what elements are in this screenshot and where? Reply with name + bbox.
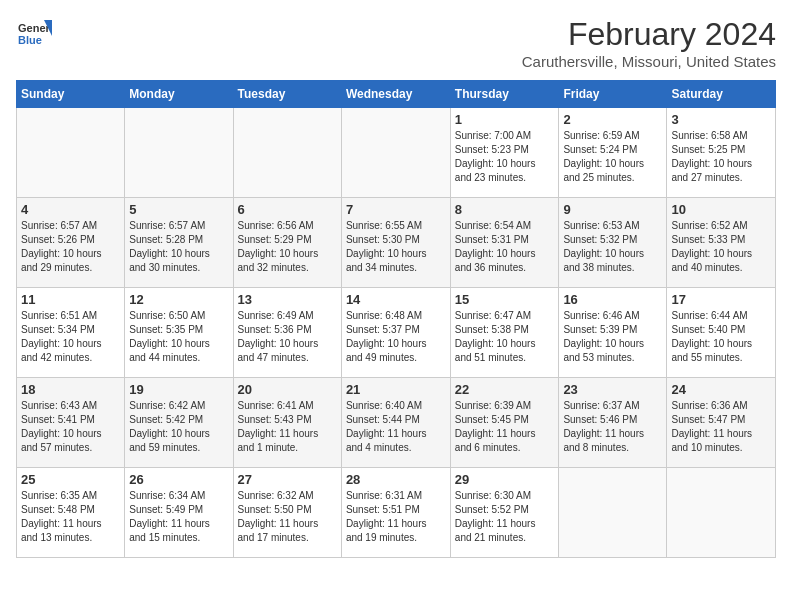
day-number: 1 bbox=[455, 112, 555, 127]
day-info: Sunrise: 6:55 AM Sunset: 5:30 PM Dayligh… bbox=[346, 219, 446, 275]
weekday-header-wednesday: Wednesday bbox=[341, 81, 450, 108]
day-number: 9 bbox=[563, 202, 662, 217]
calendar-cell: 29Sunrise: 6:30 AM Sunset: 5:52 PM Dayli… bbox=[450, 468, 559, 558]
day-info: Sunrise: 6:48 AM Sunset: 5:37 PM Dayligh… bbox=[346, 309, 446, 365]
day-number: 11 bbox=[21, 292, 120, 307]
logo: General Blue bbox=[16, 16, 52, 52]
weekday-header-thursday: Thursday bbox=[450, 81, 559, 108]
weekday-header-sunday: Sunday bbox=[17, 81, 125, 108]
day-info: Sunrise: 6:40 AM Sunset: 5:44 PM Dayligh… bbox=[346, 399, 446, 455]
calendar-cell: 6Sunrise: 6:56 AM Sunset: 5:29 PM Daylig… bbox=[233, 198, 341, 288]
calendar-cell: 18Sunrise: 6:43 AM Sunset: 5:41 PM Dayli… bbox=[17, 378, 125, 468]
day-info: Sunrise: 6:41 AM Sunset: 5:43 PM Dayligh… bbox=[238, 399, 337, 455]
calendar-week-row: 25Sunrise: 6:35 AM Sunset: 5:48 PM Dayli… bbox=[17, 468, 776, 558]
day-number: 3 bbox=[671, 112, 771, 127]
calendar-cell: 28Sunrise: 6:31 AM Sunset: 5:51 PM Dayli… bbox=[341, 468, 450, 558]
logo-icon: General Blue bbox=[16, 16, 52, 52]
day-number: 17 bbox=[671, 292, 771, 307]
calendar-cell: 25Sunrise: 6:35 AM Sunset: 5:48 PM Dayli… bbox=[17, 468, 125, 558]
day-info: Sunrise: 6:43 AM Sunset: 5:41 PM Dayligh… bbox=[21, 399, 120, 455]
day-info: Sunrise: 6:54 AM Sunset: 5:31 PM Dayligh… bbox=[455, 219, 555, 275]
calendar-cell: 13Sunrise: 6:49 AM Sunset: 5:36 PM Dayli… bbox=[233, 288, 341, 378]
svg-text:Blue: Blue bbox=[18, 34, 42, 46]
calendar-cell: 26Sunrise: 6:34 AM Sunset: 5:49 PM Dayli… bbox=[125, 468, 233, 558]
day-info: Sunrise: 6:59 AM Sunset: 5:24 PM Dayligh… bbox=[563, 129, 662, 185]
day-info: Sunrise: 6:50 AM Sunset: 5:35 PM Dayligh… bbox=[129, 309, 228, 365]
calendar-cell: 23Sunrise: 6:37 AM Sunset: 5:46 PM Dayli… bbox=[559, 378, 667, 468]
calendar-cell: 7Sunrise: 6:55 AM Sunset: 5:30 PM Daylig… bbox=[341, 198, 450, 288]
calendar-week-row: 11Sunrise: 6:51 AM Sunset: 5:34 PM Dayli… bbox=[17, 288, 776, 378]
day-info: Sunrise: 6:58 AM Sunset: 5:25 PM Dayligh… bbox=[671, 129, 771, 185]
day-number: 6 bbox=[238, 202, 337, 217]
day-info: Sunrise: 6:52 AM Sunset: 5:33 PM Dayligh… bbox=[671, 219, 771, 275]
day-info: Sunrise: 6:35 AM Sunset: 5:48 PM Dayligh… bbox=[21, 489, 120, 545]
calendar-week-row: 4Sunrise: 6:57 AM Sunset: 5:26 PM Daylig… bbox=[17, 198, 776, 288]
calendar-cell: 21Sunrise: 6:40 AM Sunset: 5:44 PM Dayli… bbox=[341, 378, 450, 468]
day-number: 4 bbox=[21, 202, 120, 217]
calendar-cell: 11Sunrise: 6:51 AM Sunset: 5:34 PM Dayli… bbox=[17, 288, 125, 378]
day-number: 29 bbox=[455, 472, 555, 487]
day-number: 28 bbox=[346, 472, 446, 487]
day-number: 15 bbox=[455, 292, 555, 307]
calendar-cell bbox=[559, 468, 667, 558]
day-number: 2 bbox=[563, 112, 662, 127]
day-number: 13 bbox=[238, 292, 337, 307]
weekday-header-row: SundayMondayTuesdayWednesdayThursdayFrid… bbox=[17, 81, 776, 108]
day-info: Sunrise: 6:53 AM Sunset: 5:32 PM Dayligh… bbox=[563, 219, 662, 275]
weekday-header-friday: Friday bbox=[559, 81, 667, 108]
day-info: Sunrise: 6:36 AM Sunset: 5:47 PM Dayligh… bbox=[671, 399, 771, 455]
calendar-cell: 12Sunrise: 6:50 AM Sunset: 5:35 PM Dayli… bbox=[125, 288, 233, 378]
day-info: Sunrise: 6:44 AM Sunset: 5:40 PM Dayligh… bbox=[671, 309, 771, 365]
calendar-cell: 3Sunrise: 6:58 AM Sunset: 5:25 PM Daylig… bbox=[667, 108, 776, 198]
calendar-cell: 10Sunrise: 6:52 AM Sunset: 5:33 PM Dayli… bbox=[667, 198, 776, 288]
day-number: 16 bbox=[563, 292, 662, 307]
calendar-cell bbox=[341, 108, 450, 198]
day-number: 10 bbox=[671, 202, 771, 217]
calendar-cell bbox=[667, 468, 776, 558]
day-info: Sunrise: 6:37 AM Sunset: 5:46 PM Dayligh… bbox=[563, 399, 662, 455]
day-info: Sunrise: 7:00 AM Sunset: 5:23 PM Dayligh… bbox=[455, 129, 555, 185]
calendar-cell bbox=[233, 108, 341, 198]
weekday-header-saturday: Saturday bbox=[667, 81, 776, 108]
day-number: 18 bbox=[21, 382, 120, 397]
day-info: Sunrise: 6:56 AM Sunset: 5:29 PM Dayligh… bbox=[238, 219, 337, 275]
calendar-cell: 16Sunrise: 6:46 AM Sunset: 5:39 PM Dayli… bbox=[559, 288, 667, 378]
calendar-cell: 1Sunrise: 7:00 AM Sunset: 5:23 PM Daylig… bbox=[450, 108, 559, 198]
title-section: February 2024 Caruthersville, Missouri, … bbox=[522, 16, 776, 70]
day-number: 26 bbox=[129, 472, 228, 487]
day-number: 20 bbox=[238, 382, 337, 397]
day-info: Sunrise: 6:47 AM Sunset: 5:38 PM Dayligh… bbox=[455, 309, 555, 365]
calendar-week-row: 1Sunrise: 7:00 AM Sunset: 5:23 PM Daylig… bbox=[17, 108, 776, 198]
day-number: 23 bbox=[563, 382, 662, 397]
day-number: 22 bbox=[455, 382, 555, 397]
day-number: 19 bbox=[129, 382, 228, 397]
calendar-title: February 2024 bbox=[522, 16, 776, 53]
calendar-cell: 19Sunrise: 6:42 AM Sunset: 5:42 PM Dayli… bbox=[125, 378, 233, 468]
calendar-cell: 22Sunrise: 6:39 AM Sunset: 5:45 PM Dayli… bbox=[450, 378, 559, 468]
calendar-cell bbox=[125, 108, 233, 198]
day-info: Sunrise: 6:42 AM Sunset: 5:42 PM Dayligh… bbox=[129, 399, 228, 455]
day-info: Sunrise: 6:34 AM Sunset: 5:49 PM Dayligh… bbox=[129, 489, 228, 545]
day-info: Sunrise: 6:39 AM Sunset: 5:45 PM Dayligh… bbox=[455, 399, 555, 455]
day-info: Sunrise: 6:57 AM Sunset: 5:26 PM Dayligh… bbox=[21, 219, 120, 275]
calendar-cell: 8Sunrise: 6:54 AM Sunset: 5:31 PM Daylig… bbox=[450, 198, 559, 288]
day-number: 21 bbox=[346, 382, 446, 397]
day-info: Sunrise: 6:49 AM Sunset: 5:36 PM Dayligh… bbox=[238, 309, 337, 365]
calendar-cell: 2Sunrise: 6:59 AM Sunset: 5:24 PM Daylig… bbox=[559, 108, 667, 198]
day-info: Sunrise: 6:31 AM Sunset: 5:51 PM Dayligh… bbox=[346, 489, 446, 545]
calendar-cell: 9Sunrise: 6:53 AM Sunset: 5:32 PM Daylig… bbox=[559, 198, 667, 288]
day-number: 24 bbox=[671, 382, 771, 397]
calendar-cell bbox=[17, 108, 125, 198]
calendar-cell: 5Sunrise: 6:57 AM Sunset: 5:28 PM Daylig… bbox=[125, 198, 233, 288]
day-info: Sunrise: 6:32 AM Sunset: 5:50 PM Dayligh… bbox=[238, 489, 337, 545]
day-number: 25 bbox=[21, 472, 120, 487]
day-number: 12 bbox=[129, 292, 228, 307]
day-info: Sunrise: 6:46 AM Sunset: 5:39 PM Dayligh… bbox=[563, 309, 662, 365]
day-number: 7 bbox=[346, 202, 446, 217]
day-number: 14 bbox=[346, 292, 446, 307]
day-info: Sunrise: 6:30 AM Sunset: 5:52 PM Dayligh… bbox=[455, 489, 555, 545]
day-info: Sunrise: 6:51 AM Sunset: 5:34 PM Dayligh… bbox=[21, 309, 120, 365]
calendar-cell: 20Sunrise: 6:41 AM Sunset: 5:43 PM Dayli… bbox=[233, 378, 341, 468]
calendar-cell: 4Sunrise: 6:57 AM Sunset: 5:26 PM Daylig… bbox=[17, 198, 125, 288]
weekday-header-tuesday: Tuesday bbox=[233, 81, 341, 108]
